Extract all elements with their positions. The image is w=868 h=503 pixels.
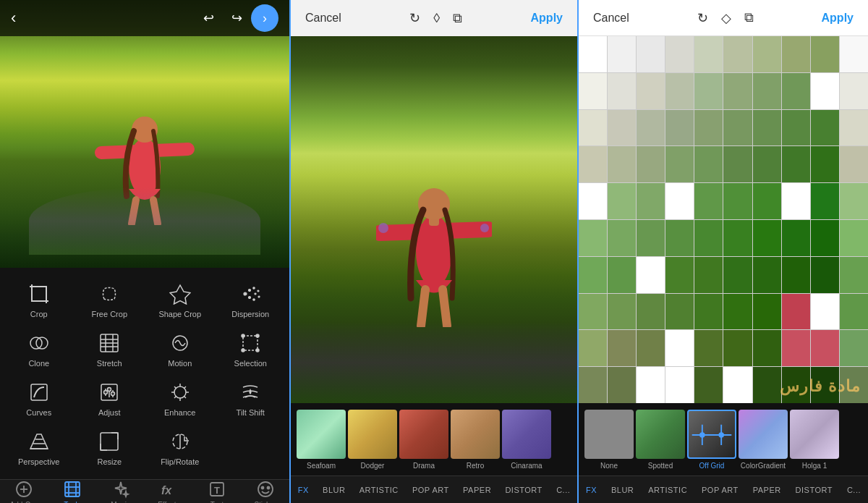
right-cancel-button[interactable]: Cancel (593, 12, 629, 25)
bottom-effects[interactable]: fx Effects (145, 480, 193, 503)
flip-rotate-label: Flip/Rotate (161, 457, 199, 466)
grid-cell (637, 110, 665, 146)
filter-drama[interactable]: Drama (399, 410, 448, 470)
resize-icon (96, 428, 122, 455)
back-button[interactable]: ‹ (11, 9, 16, 28)
right-photo: مادة فارس (579, 36, 868, 403)
tool-resize[interactable]: Resize (75, 423, 145, 472)
bottom-tools[interactable]: Tools (48, 480, 97, 503)
right-filter-off-grid[interactable]: Off Grid (687, 410, 736, 470)
tool-tilt-shift[interactable]: Tilt Shift (216, 373, 286, 423)
svg-point-25 (256, 334, 259, 337)
tool-shape-crop[interactable]: Shape Crop (145, 275, 216, 324)
svg-point-13 (258, 296, 260, 297)
svg-point-26 (242, 349, 244, 352)
tool-adjust[interactable]: Adjust (75, 373, 145, 423)
grid-cell (782, 36, 810, 72)
bottom-magic[interactable]: Magic (96, 480, 145, 503)
right-filter-spotted[interactable]: Spotted (636, 410, 685, 470)
filter-retro[interactable]: Retro (451, 410, 500, 470)
right-tab-artistic[interactable]: ARTISTIC (642, 486, 693, 494)
right-eraser-icon[interactable]: ◇ (721, 10, 731, 26)
right-tab-blur[interactable]: BLUR (605, 486, 639, 494)
right-filter-color-gradient-thumb (739, 410, 788, 459)
right-copy-icon[interactable]: ⧉ (744, 10, 754, 25)
middle-apply-button[interactable]: Apply (531, 12, 563, 25)
svg-rect-55 (65, 482, 80, 496)
free-crop-icon (96, 281, 122, 307)
grid-cell (723, 330, 752, 366)
middle-copy-icon[interactable]: ⧉ (453, 11, 462, 26)
tool-free-crop[interactable]: Free Crop (75, 275, 145, 324)
right-topbar-icons: ↻ ◇ ⧉ (697, 10, 754, 26)
grid-cell (579, 73, 607, 109)
grid-cell (840, 146, 868, 182)
right-filter-none[interactable]: None (584, 410, 634, 470)
svg-point-73 (480, 224, 489, 232)
bottom-text[interactable]: T Text (193, 480, 242, 503)
filter-dodger[interactable]: Dodger (348, 410, 397, 470)
grid-cell (694, 220, 723, 256)
bottom-add-ons[interactable]: Add-Ons (0, 480, 48, 503)
tool-perspective[interactable]: Perspective (4, 423, 75, 472)
tool-selection[interactable]: Selection (216, 324, 286, 373)
bottom-sticker[interactable]: Sticker (241, 480, 289, 503)
grid-cell (782, 220, 810, 256)
grid-cell (665, 294, 694, 330)
tool-enhance[interactable]: Enhance (145, 373, 216, 423)
middle-tab-more[interactable]: C... (550, 486, 576, 494)
middle-tab-pop-art[interactable]: POP ART (407, 486, 455, 494)
svg-text:T: T (214, 485, 220, 496)
middle-cancel-button[interactable]: Cancel (305, 12, 341, 25)
free-crop-label: Free Crop (91, 310, 127, 318)
right-filter-color-gradient-label: ColorGradient (741, 462, 786, 470)
middle-tab-blur[interactable]: BLUR (317, 486, 351, 494)
middle-photo (291, 36, 577, 403)
grid-cell (811, 257, 839, 293)
tool-curves[interactable]: Curves (4, 373, 75, 423)
filter-drama-label: Drama (413, 462, 435, 470)
middle-tab-artistic[interactable]: ARTISTIC (354, 486, 404, 494)
filter-seafoam[interactable]: Seafoam (297, 410, 346, 470)
tool-dispersion[interactable]: Dispersion (216, 275, 286, 324)
svg-rect-5 (32, 287, 46, 301)
grid-cell (665, 110, 694, 146)
right-redo-icon[interactable]: ↻ (697, 10, 708, 26)
tool-motion[interactable]: Motion (145, 324, 216, 373)
grid-cell (840, 330, 868, 366)
grid-cell (694, 146, 723, 182)
right-filter-color-gradient[interactable]: ColorGradient (739, 410, 788, 470)
right-tab-more[interactable]: C... (841, 486, 867, 494)
svg-rect-49 (101, 433, 118, 450)
right-tab-fx[interactable]: FX (580, 486, 603, 494)
middle-tab-paper[interactable]: PAPER (457, 486, 497, 494)
undo-button[interactable]: ↩ (203, 10, 214, 26)
svg-rect-28 (31, 384, 47, 400)
svg-point-12 (258, 290, 259, 292)
middle-tab-distort[interactable]: DISTORT (499, 486, 548, 494)
tool-clone[interactable]: Clone (4, 324, 75, 373)
middle-filter-tab-bar: FX BLUR ARTISTIC POP ART PAPER DISTORT C… (291, 475, 577, 503)
tool-crop[interactable]: Crop (4, 275, 75, 324)
right-filter-tab-bar: FX BLUR ARTISTIC POP ART PAPER DISTORT C… (579, 475, 868, 503)
right-tab-paper[interactable]: PAPER (747, 486, 787, 494)
tool-flip-rotate[interactable]: Flip/Rotate (145, 423, 216, 472)
middle-eraser-icon[interactable]: ◊ (433, 11, 440, 26)
right-tab-distort[interactable]: DISTORT (790, 486, 838, 494)
forward-button[interactable]: › (251, 4, 278, 32)
middle-redo-icon[interactable]: ↻ (409, 10, 420, 26)
right-tab-pop-art[interactable]: POP ART (696, 486, 744, 494)
svg-line-44 (174, 396, 176, 398)
grid-cell (694, 183, 723, 219)
filter-cinarama[interactable]: Cinarama (502, 410, 551, 470)
right-filter-holga1[interactable]: Holga 1 (790, 410, 839, 470)
tool-stretch[interactable]: Stretch (75, 324, 145, 373)
middle-tab-fx[interactable]: FX (292, 486, 315, 494)
grid-cell (608, 146, 636, 182)
grid-cell (723, 73, 752, 109)
right-apply-button[interactable]: Apply (822, 12, 854, 25)
redo-button[interactable]: ↪ (231, 10, 242, 26)
filter-dodger-thumb (348, 410, 397, 459)
clone-label: Clone (28, 359, 49, 368)
grid-cell (579, 367, 607, 403)
